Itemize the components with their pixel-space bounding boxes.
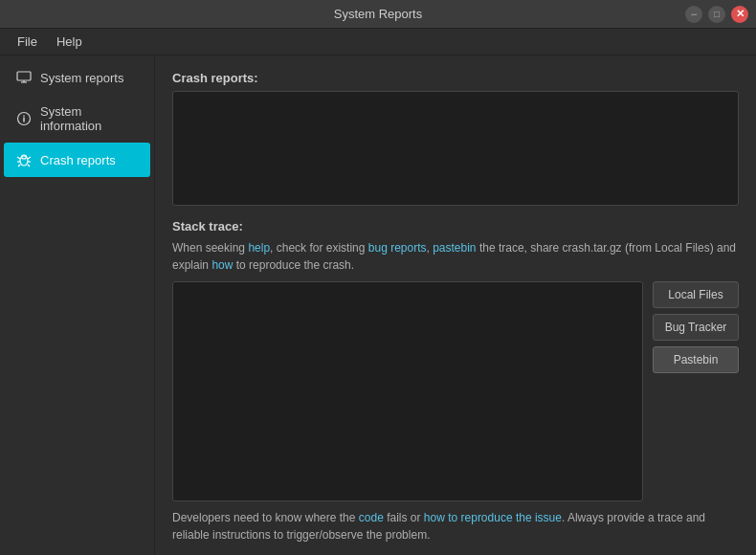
- stack-trace-textbox[interactable]: [172, 281, 643, 501]
- help-link[interactable]: help: [248, 241, 270, 255]
- how-link[interactable]: how: [211, 258, 233, 272]
- svg-rect-0: [17, 72, 31, 80]
- sidebar-item-system-reports-label: System reports: [40, 71, 123, 85]
- menubar: File Help: [0, 29, 756, 56]
- local-files-button[interactable]: Local Files: [653, 281, 739, 308]
- code-link[interactable]: code: [359, 511, 384, 524]
- svg-line-11: [18, 165, 20, 166]
- info-icon: [15, 110, 33, 127]
- minimize-button[interactable]: −: [685, 6, 702, 23]
- svg-line-7: [17, 157, 20, 159]
- window-controls: − □ ✕: [685, 6, 748, 23]
- sidebar: System reports System information: [0, 56, 155, 555]
- sidebar-item-system-information-label: System information: [40, 104, 139, 133]
- svg-point-5: [23, 115, 25, 117]
- bottom-text: Developers need to know where the code f…: [172, 509, 739, 544]
- svg-line-12: [28, 165, 30, 166]
- pastebin-link[interactable]: pastebin: [433, 241, 476, 255]
- maximize-button[interactable]: □: [708, 6, 725, 23]
- crash-reports-textbox[interactable]: [172, 91, 739, 206]
- stack-help-text: When seeking help, check for existing bu…: [172, 239, 739, 274]
- svg-line-8: [28, 157, 31, 159]
- main-layout: System reports System information: [0, 56, 756, 555]
- stack-trace-label: Stack trace:: [172, 219, 739, 233]
- menu-help[interactable]: Help: [47, 31, 92, 53]
- bug-icon: [15, 151, 33, 168]
- stack-trace-section: Stack trace: When seeking help, check fo…: [172, 219, 739, 544]
- content-area: Crash reports: Stack trace: When seeking…: [155, 56, 756, 555]
- how-reproduce-link[interactable]: how to reproduce the issue: [424, 511, 562, 524]
- sidebar-item-crash-reports[interactable]: Crash reports: [4, 143, 150, 177]
- sidebar-item-system-reports[interactable]: System reports: [4, 60, 150, 95]
- menu-file[interactable]: File: [8, 31, 47, 53]
- sidebar-item-system-information[interactable]: System information: [4, 96, 150, 142]
- stack-trace-row: Local Files Bug Tracker Pastebin: [172, 281, 739, 501]
- pastebin-button[interactable]: Pastebin: [653, 346, 739, 373]
- monitor-icon: [15, 69, 33, 86]
- stack-action-buttons: Local Files Bug Tracker Pastebin: [653, 281, 739, 501]
- window-title: System Reports: [334, 7, 422, 21]
- crash-reports-label: Crash reports:: [172, 71, 739, 85]
- close-button[interactable]: ✕: [731, 6, 748, 23]
- titlebar: System Reports − □ ✕: [0, 0, 756, 29]
- bug-reports-link[interactable]: bug reports: [368, 241, 427, 255]
- bug-tracker-button[interactable]: Bug Tracker: [653, 314, 739, 341]
- sidebar-item-crash-reports-label: Crash reports: [40, 153, 116, 167]
